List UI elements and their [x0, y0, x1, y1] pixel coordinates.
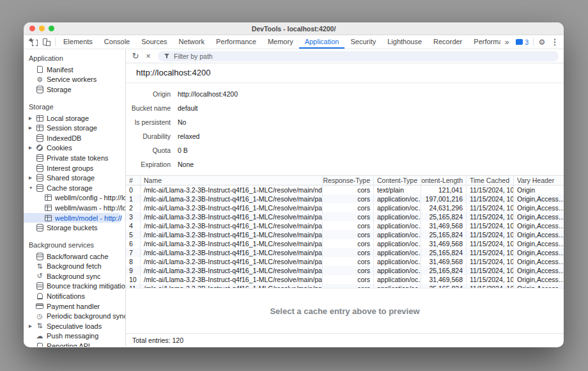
table-row[interactable]: 4/mlc-ai/Llama-3.2-3B-Instruct-q4f16_1-M… — [126, 221, 564, 230]
table-row[interactable]: 6/mlc-ai/Llama-3.2-3B-Instruct-q4f16_1-M… — [126, 239, 564, 248]
tab-elements[interactable]: Elements — [58, 35, 98, 49]
column-header-response-type[interactable]: Response-Type — [322, 176, 373, 185]
table-cell: cors — [322, 266, 373, 275]
device-toolbar-icon[interactable] — [43, 38, 50, 46]
kebab-menu-icon[interactable]: ⋮ — [548, 36, 561, 48]
sidebar-item-webllm-config-http-loc[interactable]: webllm/config - http://loc… — [24, 193, 125, 203]
sidebar-item-storage-buckets[interactable]: Storage buckets — [24, 223, 125, 233]
table-cell: Origin,Access… — [513, 230, 564, 239]
table-cell: 5 — [126, 230, 140, 239]
delete-selected-icon[interactable]: × — [143, 51, 154, 62]
inspect-element-icon[interactable] — [30, 38, 38, 46]
filter-input[interactable] — [174, 52, 553, 60]
sidebar-item-periodic-background-sync[interactable]: Periodic background sync — [24, 311, 125, 321]
sync-icon — [36, 272, 43, 280]
tab-label: Recorder — [433, 38, 462, 45]
expander-down-icon[interactable]: ▼ — [29, 186, 36, 190]
sidebar-item-indexeddb[interactable]: IndexedDB — [24, 133, 125, 143]
sidebar-item-manifest[interactable]: Manifest — [24, 65, 125, 75]
close-window-button[interactable] — [29, 26, 35, 31]
cloud-icon — [36, 332, 43, 340]
column-header-time-cached[interactable]: Time Cached — [466, 176, 513, 185]
table-row[interactable]: 0/mlc-ai/Llama-3.2-3B-Instruct-q4f16_1-M… — [126, 186, 564, 194]
window-titlebar[interactable]: DevTools - localhost:4200/ — [24, 22, 564, 35]
table-cell: 11/15/2024, 10… — [466, 266, 513, 275]
sidebar-item-reporting-api[interactable]: Reporting API — [24, 341, 125, 347]
table-cell: /mlc-ai/Llama-3.2-3B-Instruct-q4f16_1-ML… — [140, 248, 322, 257]
column-header-vary-header[interactable]: Vary Header — [513, 176, 564, 185]
filter-by-path-field[interactable] — [158, 51, 559, 61]
tab-performance[interactable]: Performance — [210, 35, 262, 49]
sidebar-item-local-storage[interactable]: ▶Local storage — [24, 113, 125, 123]
table-row[interactable]: 9/mlc-ai/Llama-3.2-3B-Instruct-q4f16_1-M… — [126, 266, 564, 275]
table-row[interactable]: 5/mlc-ai/Llama-3.2-3B-Instruct-q4f16_1-M… — [126, 230, 564, 239]
sidebar-item-service-workers[interactable]: Service workers — [24, 75, 125, 85]
sidebar-item-cookies[interactable]: ▶Cookies — [24, 143, 125, 154]
sidebar-item-notifications[interactable]: Notifications — [24, 291, 125, 301]
table-row[interactable]: 2/mlc-ai/Llama-3.2-3B-Instruct-q4f16_1-M… — [126, 203, 564, 212]
sidebar-item-label: Payment handler — [47, 303, 100, 310]
devtools-window: DevTools - localhost:4200/ ElementsConso… — [24, 22, 564, 347]
table-row[interactable]: 10/mlc-ai/Llama-3.2-3B-Instruct-q4f16_1-… — [126, 275, 564, 284]
sidebar-item-shared-storage[interactable]: ▶Shared storage — [24, 173, 125, 183]
column-header-[interactable]: # — [126, 176, 140, 185]
sidebar-item-session-storage[interactable]: ▶Session storage — [24, 123, 125, 133]
tab-security[interactable]: Security — [344, 35, 382, 49]
table-cell: Origin,Access… — [513, 194, 564, 203]
table-cell: cors — [322, 194, 373, 203]
column-header-content-type[interactable]: Content-Type — [373, 176, 421, 185]
expander-right-icon[interactable]: ▶ — [29, 324, 36, 329]
settings-gear-icon[interactable]: ⚙ — [536, 36, 548, 48]
sidebar-item-cache-storage[interactable]: ▼Cache storage — [24, 183, 125, 193]
window-controls — [24, 26, 54, 31]
tab-network[interactable]: Network — [173, 35, 210, 49]
sidebar-item-private-state-tokens[interactable]: Private state tokens — [24, 153, 125, 163]
sidebar-item-payment-handler[interactable]: Payment handler — [24, 301, 125, 312]
column-header-content-length[interactable]: Content-Length — [421, 176, 466, 185]
tab-application[interactable]: Application — [299, 35, 345, 49]
table-cell: Origin,Access… — [513, 275, 564, 284]
sidebar-item-back-forward-cache[interactable]: Back/forward cache — [24, 251, 125, 262]
table-cell: application/oc… — [373, 239, 421, 248]
expander-right-icon[interactable]: ▶ — [29, 145, 36, 150]
sidebar-item-push-messaging[interactable]: Push messaging — [24, 331, 125, 342]
refresh-icon[interactable]: ↻ — [130, 51, 141, 62]
expander-right-icon[interactable]: ▶ — [29, 175, 36, 180]
status-bar: Total entries: 120 — [126, 333, 564, 347]
table-row[interactable]: 11/mlc-ai/Llama-3.2-3B-Instruct-q4f16_1-… — [126, 284, 564, 288]
sidebar-item-webllm-model-http-loc[interactable]: webllm/model - http://loc… — [24, 213, 122, 223]
meta-row-bucket-name: Bucket namedefault — [126, 101, 564, 115]
service-workers-icon — [36, 75, 43, 83]
tab-performance-insights[interactable]: Performance insights — [468, 35, 500, 49]
sidebar-section-application: ApplicationManifestService workersStorag… — [24, 52, 125, 95]
sidebar-item-background-sync[interactable]: Background sync — [24, 271, 125, 281]
sidebar-item-label: Background sync — [47, 272, 100, 280]
sidebar-item-storage[interactable]: Storage — [24, 84, 125, 95]
feedback-button[interactable]: 3 — [513, 38, 531, 46]
expander-right-icon[interactable]: ▶ — [29, 116, 36, 121]
column-header-name[interactable]: Name — [140, 176, 322, 185]
tab-memory[interactable]: Memory — [262, 35, 299, 49]
sidebar-item-background-fetch[interactable]: Background fetch — [24, 262, 125, 272]
tab-recorder[interactable]: Recorder — [428, 35, 468, 49]
table-row[interactable]: 1/mlc-ai/Llama-3.2-3B-Instruct-q4f16_1-M… — [126, 194, 564, 203]
more-panels-icon[interactable]: » — [500, 36, 513, 48]
expander-right-icon[interactable]: ▶ — [29, 125, 36, 130]
table-row[interactable]: 3/mlc-ai/Llama-3.2-3B-Instruct-q4f16_1-M… — [126, 212, 564, 221]
fullscreen-window-button[interactable] — [49, 26, 54, 31]
sidebar-item-interest-groups[interactable]: Interest groups — [24, 163, 125, 173]
sidebar-item-speculative-loads[interactable]: ▶Speculative loads — [24, 321, 125, 331]
table-cell: 31,469,568 — [421, 257, 466, 266]
table-row[interactable]: 8/mlc-ai/Llama-3.2-3B-Instruct-q4f16_1-M… — [126, 257, 564, 266]
tab-lighthouse[interactable]: Lighthouse — [382, 35, 428, 49]
tab-sources[interactable]: Sources — [135, 35, 173, 49]
application-sidebar: ApplicationManifestService workersStorag… — [24, 49, 126, 347]
tab-console[interactable]: Console — [98, 35, 135, 49]
table-cell: 2 — [126, 203, 140, 212]
table-cell: application/oc… — [373, 194, 421, 203]
sidebar-item-bounce-tracking-mitigations[interactable]: Bounce tracking mitigations — [24, 281, 125, 292]
minimize-window-button[interactable] — [39, 26, 45, 31]
sidebar-item-webllm-wasm-http-loca[interactable]: webllm/wasm - http://loca… — [24, 203, 125, 213]
clock-icon — [36, 312, 43, 320]
table-row[interactable]: 7/mlc-ai/Llama-3.2-3B-Instruct-q4f16_1-M… — [126, 248, 564, 257]
